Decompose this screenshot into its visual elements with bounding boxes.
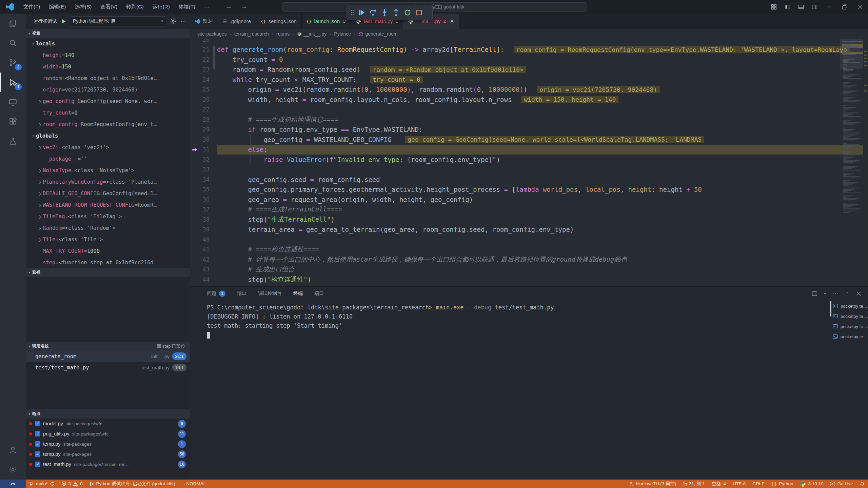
variable-row[interactable]: ❯Tile = <class 'Tile'>	[26, 234, 190, 245]
menu-item-0[interactable]: 文件(F)	[19, 0, 44, 14]
variable-row[interactable]: ❯WASTELAND_ROOM_REQUEST_CONFIG = RoomR…	[26, 199, 190, 211]
sidebar-scrollbar[interactable]	[213, 46, 215, 69]
step-into-icon[interactable]	[379, 7, 390, 18]
step-over-icon[interactable]	[367, 7, 379, 18]
panel-tab-输出[interactable]: 输出	[237, 287, 246, 300]
tab-欢迎[interactable]: 欢迎	[190, 14, 218, 29]
panel-tab-调试控制台[interactable]: 调试控制台	[258, 287, 282, 300]
breadcrumb-item[interactable]: __init__.py	[297, 31, 327, 37]
breakpoint-checkbox[interactable]: ✓	[35, 451, 40, 457]
layout-sidebar-left-icon[interactable]	[781, 0, 794, 14]
activity-files[interactable]	[0, 14, 26, 33]
variable-row[interactable]: ❯NoiseType = <class 'NoiseType'>	[26, 165, 190, 176]
window-close-icon[interactable]	[852, 0, 868, 14]
breadcrumb-item[interactable]: site-packages	[197, 31, 226, 37]
breakpoint-checkbox[interactable]: ✓	[35, 462, 40, 467]
variables-scope-row[interactable]: ▾locals	[26, 38, 190, 49]
layout-grid-icon[interactable]	[767, 0, 781, 14]
variable-row[interactable]: height = 140	[26, 49, 190, 61]
breakpoint-row[interactable]: ✓temp.pysite-packages1	[26, 439, 190, 449]
close-icon[interactable]	[856, 291, 861, 296]
breadcrumb[interactable]: site-packages›terrain_research›rooms›__i…	[190, 29, 868, 39]
tab-launch.json[interactable]: {}launch.jsonU	[302, 14, 351, 29]
continue-icon[interactable]	[356, 7, 367, 18]
panel-tab-终端[interactable]: 终端	[293, 287, 303, 300]
terminal-output[interactable]: PS C:\computer_science\godot-ldtk\site-p…	[207, 303, 827, 340]
minimap[interactable]	[842, 39, 863, 286]
breakpoint-row[interactable]: ✓test_math.pysite-packages\terrain_res…1…	[26, 459, 190, 469]
variables-scope-row[interactable]: ▾globals	[26, 130, 190, 142]
window-restore-icon[interactable]	[837, 0, 852, 14]
menu-item-6[interactable]: 终端(T)	[174, 0, 200, 14]
command-center-search[interactable]: ⚲ [扩展开发宿主] godot-ldtk	[282, 2, 587, 12]
window-minimize-icon[interactable]	[821, 0, 837, 14]
variable-row[interactable]: width = 150	[26, 61, 190, 73]
debug-settings-gear-icon[interactable]	[170, 18, 177, 25]
terminal-instance[interactable]: pocketpy te…	[833, 331, 868, 342]
statusbar-debug-session[interactable]: Python 调试程序: 启动文件 (godot-ldtk)	[86, 480, 179, 488]
statusbar-remote[interactable]: ><	[0, 480, 26, 488]
ellipsis-icon[interactable]: ⋯	[833, 290, 839, 297]
activity-search[interactable]	[0, 33, 26, 53]
breadcrumb-item[interactable]: generate_room	[358, 31, 397, 37]
breakpoint-row[interactable]: ✓model.pysite-packages\wfc6	[26, 419, 190, 429]
panel-tab-问题[interactable]: 问题3	[207, 287, 225, 300]
chevron-down-icon[interactable]: ▾	[824, 291, 826, 296]
layout-sidebar-right-icon[interactable]	[808, 0, 821, 14]
terminal-instance[interactable]: pocketpy te…	[833, 301, 868, 311]
callstack-frame[interactable]: generate_room__init__.py31:1	[26, 351, 190, 362]
menu-item-4[interactable]: 转到(G)	[122, 0, 148, 14]
variable-row[interactable]: ❯DEFAULT_GEO_CONFIG = GeoConfig(seed=1…	[26, 188, 190, 199]
variable-row[interactable]: __package__ = ''	[26, 153, 190, 165]
terminal-instance[interactable]: pocketpy te…	[833, 311, 868, 321]
tab-close-icon[interactable]: ✕	[450, 18, 454, 24]
variable-row[interactable]: ❯vec2i = <class 'vec2i'>	[26, 142, 190, 153]
breakpoint-row[interactable]: ✓png_utils.pysite-packages\wfc11	[26, 429, 190, 439]
debug-config-dropdown[interactable]: Python 调试程序: 启 ▾	[70, 16, 166, 26]
chevron-up-icon[interactable]: ⌃	[846, 291, 849, 296]
terminal-instance[interactable]: pocketpy te…	[833, 321, 868, 331]
menu-item-3[interactable]: 查看(V)	[96, 0, 122, 14]
variable-row[interactable]: origin = vec2i(7205730, 9024468)	[26, 84, 190, 96]
activity-extensions[interactable]	[0, 112, 26, 131]
variable-row[interactable]: ❯Random = <class 'Random'>	[26, 222, 190, 234]
menu-item-5[interactable]: 运行(R)	[148, 0, 174, 14]
statusbar-vim-mode[interactable]: -- NORMAL --	[179, 480, 214, 488]
breadcrumb-item[interactable]: Pylance	[334, 31, 351, 37]
breakpoint-row[interactable]: ✓temp.pysite-packages58	[26, 449, 190, 459]
variable-row[interactable]: ❯room_config = RoomRequestConfig(env_t…	[26, 119, 190, 130]
panel-tab-端口[interactable]: 端口	[314, 287, 324, 300]
tab-.gdignore[interactable]: ☰.gdignore	[218, 14, 256, 29]
stop-icon[interactable]	[413, 7, 425, 18]
watch-section-header[interactable]: ▾ 监视	[26, 268, 190, 277]
statusbar-notifications[interactable]	[856, 480, 868, 488]
breakpoints-section-header[interactable]: ▾ 断点	[26, 409, 190, 419]
panel-layout-icon[interactable]	[812, 291, 817, 297]
breadcrumb-item[interactable]: terrain_research	[234, 31, 269, 37]
breadcrumb-item[interactable]: rooms	[276, 31, 290, 37]
statusbar-branch[interactable]: main*	[26, 480, 58, 488]
variable-row[interactable]: MAX_TRY_COUNT = 1000	[26, 245, 190, 257]
menu-item-2[interactable]: 选择(S)	[70, 0, 96, 14]
activity-gear[interactable]	[0, 460, 26, 480]
statusbar-python-version[interactable]: 3.10.10	[796, 480, 827, 488]
activity-beaker[interactable]	[0, 131, 26, 151]
start-debug-icon[interactable]	[60, 18, 66, 24]
statusbar-go-live[interactable]: Go Live	[827, 480, 856, 488]
tab-settings.json[interactable]: {}settings.json	[256, 14, 302, 29]
callstack-frame[interactable]: test/test_math.pytest_math.py16:1	[26, 362, 190, 373]
variable-row[interactable]: step = <function step at 0x1bf9cd216d	[26, 257, 190, 268]
activity-account[interactable]	[0, 440, 26, 460]
variable-row[interactable]: ❯PlanetaryWindConfig = <class 'Planeta…	[26, 176, 190, 188]
layout-panel-bottom-icon[interactable]	[794, 0, 808, 14]
menu-item-7[interactable]: ···	[200, 0, 214, 14]
restart-icon[interactable]	[402, 7, 413, 18]
statusbar-language-mode[interactable]: {}Python	[768, 480, 797, 488]
statusbar-eol[interactable]: CRLF	[749, 480, 768, 488]
statusbar-cursor-position[interactable]: 行 31, 列 1	[679, 480, 708, 488]
statusbar-git-author[interactable]: blueloveTH (3 周前)	[626, 480, 679, 488]
nav-forward-icon[interactable]: →	[241, 3, 248, 11]
variable-row[interactable]: ❯TileTag = <class 'TileTag'>	[26, 211, 190, 222]
nav-back-icon[interactable]: ←	[226, 3, 232, 11]
terminal-list-scrollbar[interactable]	[830, 301, 831, 317]
